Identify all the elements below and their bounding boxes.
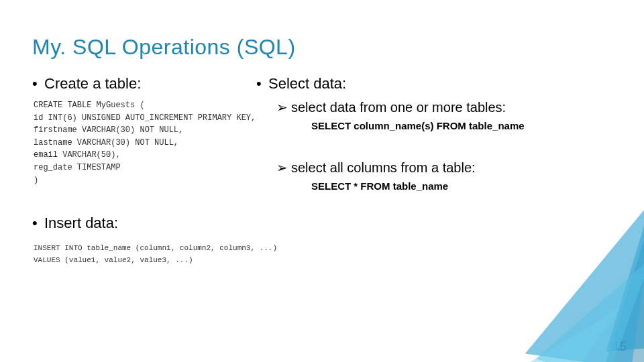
sub2-text: select all columns from a table: bbox=[291, 160, 476, 175]
slide-title: My. SQL Operations (SQL) bbox=[32, 35, 296, 60]
sub2-line: ➢select all columns from a table: bbox=[276, 160, 598, 176]
bullet-insert-data: •Insert data: bbox=[32, 215, 118, 232]
sub1-sql: SELECT column_name(s) FROM table_name bbox=[311, 120, 598, 131]
insert-data-label: Insert data: bbox=[44, 215, 118, 231]
create-table-label: Create a table: bbox=[44, 75, 141, 92]
left-column: •Create a table: CREATE TABLE MyGuests (… bbox=[32, 75, 257, 186]
bullet-dot-icon: • bbox=[32, 215, 44, 232]
page-number: 15 bbox=[613, 340, 627, 354]
sub2-sql: SELECT * FROM table_name bbox=[311, 180, 598, 192]
bullet-create-table: •Create a table: bbox=[32, 75, 257, 93]
sub1-line: ➢select data from one or more tables: bbox=[276, 99, 598, 116]
bullet-dot-icon: • bbox=[256, 75, 268, 93]
right-column: •Select data: ➢select data from one or m… bbox=[256, 75, 598, 192]
arrow-icon: ➢ bbox=[276, 99, 291, 116]
arrow-icon: ➢ bbox=[276, 160, 291, 176]
bullet-select-data: •Select data: bbox=[256, 75, 598, 93]
sub-block-1: ➢select data from one or more tables: SE… bbox=[276, 99, 598, 131]
bullet-dot-icon: • bbox=[32, 75, 44, 93]
select-data-label: Select data: bbox=[268, 75, 346, 92]
insert-data-code: INSERT INTO table_name (column1, column2… bbox=[34, 243, 277, 266]
sub1-text: select data from one or more tables: bbox=[291, 100, 506, 115]
sub-block-2: ➢select all columns from a table: SELECT… bbox=[276, 160, 598, 192]
slide: My. SQL Operations (SQL) •Create a table… bbox=[0, 0, 644, 362]
create-table-code: CREATE TABLE MyGuests ( id INT(6) UNSIGN… bbox=[34, 99, 257, 186]
